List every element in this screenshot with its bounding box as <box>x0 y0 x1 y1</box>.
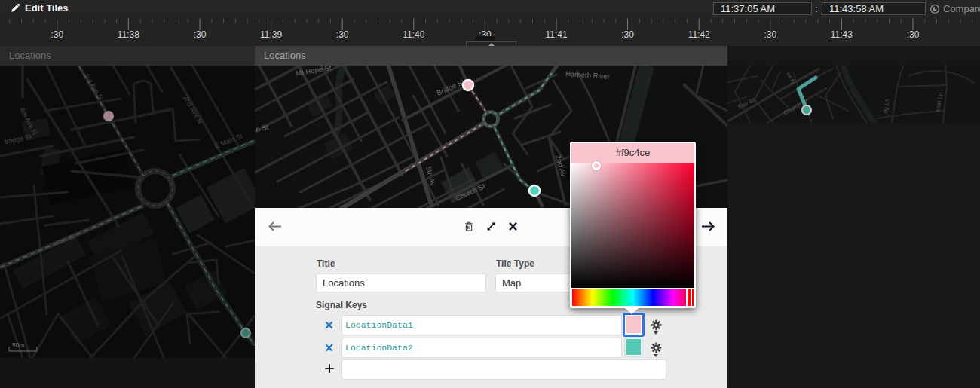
svg-text:11:38: 11:38 <box>118 29 139 40</box>
svg-text::30: :30 <box>51 29 63 40</box>
svg-text:11:43: 11:43 <box>831 29 853 40</box>
svg-text::30: :30 <box>194 29 207 40</box>
svg-text::30: :30 <box>336 29 349 40</box>
svg-text:11:41: 11:41 <box>545 29 567 40</box>
svg-text:11:42: 11:42 <box>688 29 710 40</box>
svg-text::30: :30 <box>764 29 776 40</box>
svg-text:11:40: 11:40 <box>403 29 424 40</box>
svg-text::30: :30 <box>907 29 920 40</box>
svg-text::30: :30 <box>621 29 634 40</box>
svg-text:11:39: 11:39 <box>260 29 282 40</box>
